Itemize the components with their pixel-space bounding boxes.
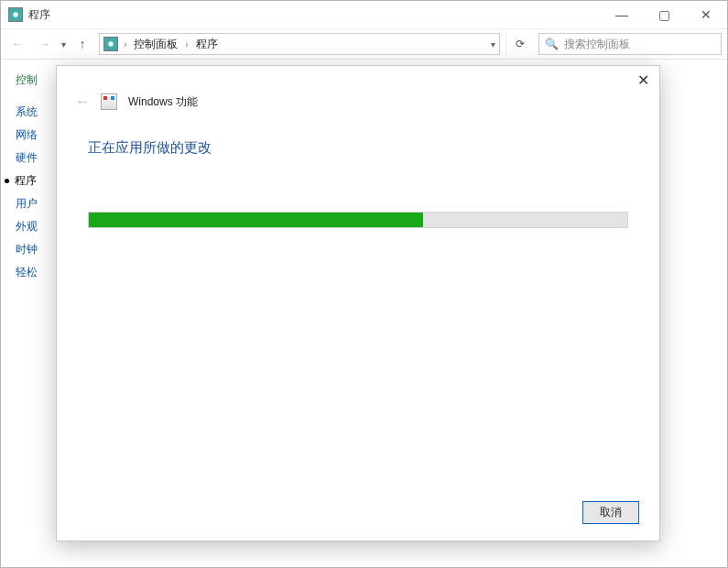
nav-up-button[interactable]: ↑ [71, 33, 93, 55]
progress-bar [88, 212, 628, 228]
windows-features-icon [101, 93, 117, 110]
search-icon: 🔍 [545, 38, 559, 50]
breadcrumb-current[interactable]: 程序 [194, 37, 220, 52]
window-controls: — ▢ ✕ [601, 1, 727, 28]
address-icon [103, 37, 118, 51]
address-dropdown-icon[interactable]: ▾ [491, 39, 495, 49]
control-panel-window: 程序 — ▢ ✕ ← → ▾ ↑ › 控制面板 › 程序 ▾ ⟳ 🔍 搜索控制面… [0, 0, 728, 568]
sidebar-item-label: 程序 [15, 173, 37, 189]
sidebar-item-label: 轻松 [16, 265, 38, 280]
dialog-back-icon: ← [75, 93, 90, 110]
breadcrumb-sep-icon[interactable]: › [122, 39, 128, 49]
nav-toolbar: ← → ▾ ↑ › 控制面板 › 程序 ▾ ⟳ 🔍 搜索控制面板 [1, 28, 727, 60]
cancel-button[interactable]: 取消 [582, 501, 639, 524]
breadcrumb-root[interactable]: 控制面板 [132, 37, 179, 52]
sidebar-item-label: 时钟 [16, 242, 38, 257]
titlebar: 程序 — ▢ ✕ [1, 1, 727, 28]
dialog-footer: 取消 [582, 501, 639, 524]
search-box[interactable]: 🔍 搜索控制面板 [538, 33, 722, 55]
progress-fill [89, 213, 423, 227]
address-bar[interactable]: › 控制面板 › 程序 ▾ [99, 33, 500, 55]
dialog-close-button[interactable]: ✕ [634, 71, 652, 89]
nav-back-button[interactable]: ← [6, 33, 28, 55]
breadcrumb-sep-icon[interactable]: › [183, 39, 190, 49]
dialog-title: Windows 功能 [128, 94, 198, 110]
sidebar-item-label: 系统 [16, 104, 38, 120]
dialog-heading: 正在应用所做的更改 [57, 117, 659, 166]
sidebar-item-label: 外观 [16, 219, 38, 235]
dialog-header: ← Windows 功能 [57, 66, 659, 117]
nav-forward-button[interactable]: → [34, 33, 56, 55]
minimize-button[interactable]: — [601, 1, 643, 28]
sidebar-item-label: 用户 [16, 196, 38, 212]
sidebar-item-label: 硬件 [16, 150, 38, 166]
window-title: 程序 [28, 7, 50, 23]
sidebar-item-label: 网络 [16, 127, 38, 143]
close-button[interactable]: ✕ [685, 1, 727, 28]
search-placeholder: 搜索控制面板 [564, 37, 630, 52]
active-bullet-icon [5, 179, 9, 183]
nav-history-dropdown[interactable]: ▾ [61, 39, 66, 49]
windows-features-dialog: ✕ ← Windows 功能 正在应用所做的更改 取消 [56, 65, 660, 541]
refresh-button[interactable]: ⟳ [505, 33, 533, 55]
maximize-button[interactable]: ▢ [643, 1, 685, 28]
control-panel-icon [8, 7, 23, 22]
